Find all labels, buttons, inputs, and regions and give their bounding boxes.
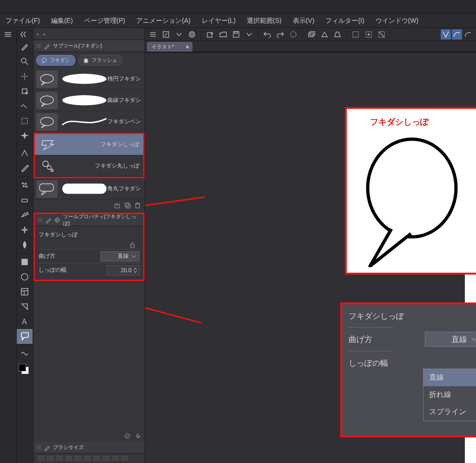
menu-select[interactable]: 選択範囲(S) <box>247 17 282 25</box>
menu-icon[interactable] <box>148 29 158 40</box>
dropdown-option-straight[interactable]: 直線 <box>423 369 476 386</box>
bend-select[interactable]: 直線 <box>100 251 139 262</box>
chevron-down-icon[interactable] <box>244 29 254 40</box>
tail-thumb-icon <box>38 136 59 154</box>
menu-page[interactable]: ページ管理(P) <box>84 17 126 25</box>
edit-icon[interactable] <box>161 29 171 40</box>
round-tail-balloon-icon <box>469 132 476 267</box>
frame-tool-icon[interactable] <box>17 284 33 299</box>
subtool-balloon-round-tail[interactable]: フキダシ丸しっぽ <box>35 155 143 177</box>
subtool-ellipse-balloon[interactable]: 楕円フキダシ <box>33 68 145 90</box>
lock-icon[interactable] <box>129 242 136 248</box>
snap-on-icon[interactable] <box>441 29 451 40</box>
dropdown-option-spline[interactable]: スプライン <box>423 403 476 421</box>
chevron-down-icon[interactable] <box>133 270 137 273</box>
brush-icon <box>44 444 50 451</box>
brush-tool-icon[interactable] <box>17 39 33 54</box>
text-tool-icon[interactable]: A <box>17 314 33 329</box>
subtool-tab-balloon[interactable]: フキダシ <box>36 55 75 66</box>
subtool-tail-label: フキダシしっぽ <box>63 141 139 148</box>
new-layer-icon[interactable] <box>205 29 215 40</box>
redo-icon[interactable] <box>275 29 285 40</box>
menu-anim[interactable]: アニメーション(A) <box>136 17 191 25</box>
ruler-snap-icon[interactable] <box>452 29 462 40</box>
circle-tool-icon[interactable] <box>17 269 33 284</box>
svg-rect-5 <box>22 89 27 94</box>
menu-window[interactable]: ウインドウ(W) <box>376 17 419 25</box>
panel-grip-icon[interactable] <box>36 446 41 449</box>
move-tool-icon[interactable] <box>17 69 33 84</box>
menu-edit[interactable]: 編集(E) <box>51 17 73 25</box>
gear-icon[interactable] <box>54 217 60 223</box>
import-icon[interactable] <box>114 202 120 208</box>
brush-edit-icon[interactable] <box>45 217 52 223</box>
marquee-invert-icon[interactable] <box>377 29 387 40</box>
polygon-tool-icon[interactable] <box>17 299 33 314</box>
trash-icon[interactable] <box>134 202 141 208</box>
eraser-tool-icon[interactable] <box>17 193 33 208</box>
document-tab[interactable]: イラスト* <box>147 42 192 52</box>
svg-point-9 <box>25 183 26 185</box>
open-icon[interactable] <box>218 29 228 40</box>
menu-filter[interactable]: フィルター(I) <box>325 17 364 25</box>
ruler-snap-2-icon[interactable] <box>463 29 473 40</box>
subtool-rounded-balloon[interactable]: 角丸フキダシ <box>33 178 145 200</box>
wrench-icon[interactable] <box>134 433 141 439</box>
fill-rect-tool-icon[interactable] <box>17 255 33 269</box>
marquee-tool-icon[interactable] <box>17 114 33 128</box>
panel-grip-icon[interactable] <box>36 44 41 47</box>
layers-icon[interactable] <box>306 29 317 40</box>
tool-property-tool-name: フキダシしっぽ <box>39 229 139 241</box>
liquify-tool-icon[interactable] <box>17 346 33 361</box>
pencil-tool-icon[interactable] <box>17 161 33 175</box>
save-icon[interactable] <box>231 29 241 40</box>
sync-icon[interactable] <box>187 29 197 40</box>
balloon-tool-icon[interactable] <box>17 329 33 344</box>
svg-rect-56 <box>310 32 315 35</box>
color-swatch[interactable] <box>19 364 29 374</box>
subtool-curve-balloon[interactable]: 曲線フキダシ <box>33 90 145 111</box>
airbrush-tool-icon[interactable] <box>17 208 33 222</box>
dropdown-option-polyline[interactable]: 折れ線 <box>423 386 476 403</box>
erase-icon[interactable] <box>288 29 298 40</box>
svg-point-26 <box>62 95 106 106</box>
collapse-left-icon[interactable]: « <box>36 31 39 37</box>
wand-tool-icon[interactable] <box>17 128 33 143</box>
twinkle-tool-icon[interactable] <box>17 222 33 237</box>
compose-icon[interactable] <box>319 29 330 40</box>
subtool-tab-flash-label: フラッシュ <box>92 57 117 64</box>
reset-icon[interactable] <box>124 433 131 439</box>
pen-tool-icon[interactable] <box>17 146 33 161</box>
tail-width-stepper[interactable]: 20.0 <box>107 265 139 275</box>
menu-layer[interactable]: レイヤー(L) <box>202 17 236 25</box>
blend-tool-icon[interactable] <box>17 237 33 252</box>
marquee-icon[interactable] <box>350 29 361 40</box>
tool-property-title: ツールプロパティ[フキダシしっぽ] <box>63 213 140 227</box>
subtool-tab-balloon-label: フキダシ <box>50 57 70 64</box>
undo-icon[interactable] <box>262 29 272 40</box>
marquee-add-icon[interactable] <box>364 29 374 40</box>
perspective-icon[interactable] <box>332 29 343 40</box>
annotation-bend-select[interactable]: 直線 <box>425 332 476 347</box>
brush-size-presets[interactable] <box>33 454 145 463</box>
subtool-tab-flash[interactable]: フラッシュ <box>78 55 122 66</box>
menu-view[interactable]: 表示(V) <box>293 17 315 25</box>
menu-file[interactable]: ファイル(F) <box>6 17 40 25</box>
grip-icon[interactable] <box>0 30 16 39</box>
main-toolbar <box>145 28 476 41</box>
subtool-balloon-pen[interactable]: フキダシペン <box>33 111 145 133</box>
magnifier-tool-icon[interactable] <box>17 54 33 69</box>
pattern-spray-icon[interactable] <box>17 178 33 193</box>
collapse-left-icon-2[interactable]: « <box>43 31 46 37</box>
svg-point-3 <box>21 58 26 63</box>
hand-tool-icon[interactable] <box>17 99 33 114</box>
panel-grip-icon[interactable] <box>38 218 42 221</box>
collapse-icon[interactable] <box>17 30 33 39</box>
brush-edit-icon[interactable] <box>44 43 50 49</box>
svg-rect-7 <box>22 118 27 124</box>
duplicate-icon[interactable] <box>124 202 131 208</box>
object-tool-icon[interactable] <box>17 84 33 99</box>
subtool-balloon-tail[interactable]: フキダシしっぽ <box>35 134 143 155</box>
chevron-down-icon[interactable] <box>174 29 184 40</box>
curve-balloon-thumb-icon <box>36 92 58 109</box>
